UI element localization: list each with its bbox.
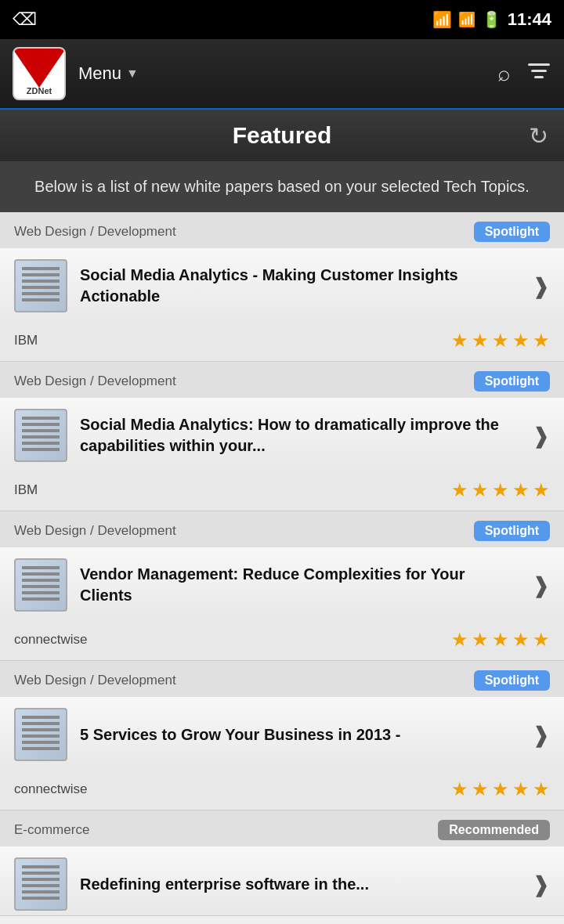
logo-ribbon (13, 49, 66, 88)
article-author: connectwise (14, 632, 88, 648)
star-5: ★ (533, 629, 550, 651)
section-category: Web Design / Development (14, 673, 176, 688)
article-footer: IBM ★ ★ ★ ★ ★ (0, 323, 564, 361)
article-thumbnail (14, 558, 67, 612)
article-title: Redefining enterprise software in the... (80, 874, 519, 895)
app-logo: ZDNet (13, 47, 66, 100)
spotlight-badge: Spotlight (474, 222, 550, 242)
wifi-icon: 📶 (432, 10, 452, 29)
star-2: ★ (472, 629, 489, 651)
star-5: ★ (533, 479, 550, 501)
section-category: Web Design / Development (14, 523, 176, 539)
page-title: Featured (233, 122, 332, 149)
status-left: ⌫ (13, 9, 37, 30)
article-author: connectwise (14, 781, 88, 797)
chevron-right-icon: ❱ (532, 572, 550, 598)
star-1: ★ (451, 479, 468, 501)
filter-icon[interactable] (526, 60, 551, 88)
section-category: E-commerce (14, 822, 89, 838)
article-row[interactable]: 5 Services to Grow Your Business in 2013… (0, 697, 564, 772)
subtitle-banner: Below is a list of new white papers base… (0, 161, 564, 212)
star-3: ★ (492, 479, 509, 501)
star-5: ★ (533, 330, 550, 352)
article-section: Web Design / Development Spotlight Vendo… (0, 511, 564, 661)
nav-menu[interactable]: Menu ▼ (78, 63, 139, 84)
svg-rect-1 (531, 70, 547, 72)
star-5: ★ (533, 778, 550, 800)
star-2: ★ (472, 479, 489, 501)
spotlight-badge: Spotlight (474, 670, 550, 691)
section-category: Web Design / Development (14, 374, 176, 389)
star-4: ★ (512, 778, 530, 800)
star-1: ★ (451, 629, 468, 651)
article-row[interactable]: Social Media Analytics: How to dramatica… (0, 398, 564, 473)
article-footer: IBM ★ ★ ★ ★ ★ (0, 473, 564, 511)
article-row[interactable]: Redefining enterprise software in the...… (0, 846, 564, 915)
star-3: ★ (492, 629, 509, 651)
svg-rect-2 (534, 76, 544, 78)
subtitle-text: Below is a list of new white papers base… (34, 178, 530, 195)
star-4: ★ (512, 479, 530, 501)
status-right: 📶 📶 🔋 11:44 (432, 9, 551, 30)
article-footer: connectwise ★ ★ ★ ★ ★ (0, 772, 564, 810)
article-section: Web Design / Development Spotlight Socia… (0, 212, 564, 362)
section-category: Web Design / Development (14, 224, 176, 240)
nav-bar: ZDNet Menu ▼ ⌕ (0, 39, 564, 110)
article-thumbnail (14, 857, 67, 911)
article-title: 5 Services to Grow Your Business in 2013… (80, 724, 519, 745)
spotlight-badge: Spotlight (474, 521, 550, 541)
star-rating: ★ ★ ★ ★ ★ (451, 330, 550, 352)
spotlight-badge: Spotlight (474, 371, 550, 392)
menu-label: Menu (78, 63, 121, 84)
article-section: Web Design / Development Spotlight 5 Ser… (0, 661, 564, 810)
section-header: Web Design / Development Spotlight (0, 661, 564, 697)
article-row[interactable]: Social Media Analytics - Making Customer… (0, 248, 564, 323)
star-2: ★ (472, 778, 489, 800)
star-4: ★ (512, 629, 530, 651)
star-1: ★ (451, 330, 468, 352)
article-section-partial: E-commerce Recommended Redefining enterp… (0, 810, 564, 916)
article-row[interactable]: Vendor Management: Reduce Complexities f… (0, 547, 564, 623)
nav-icons: ⌕ (497, 60, 551, 88)
signal-icon: 📶 (458, 11, 475, 28)
menu-arrow-icon: ▼ (126, 67, 139, 81)
article-author: IBM (14, 333, 38, 348)
article-title: Social Media Analytics: How to dramatica… (80, 414, 519, 457)
article-footer: connectwise ★ ★ ★ ★ ★ (0, 623, 564, 660)
status-bar: ⌫ 📶 📶 🔋 11:44 (0, 0, 564, 39)
article-title: Social Media Analytics - Making Customer… (80, 265, 519, 307)
chevron-right-icon: ❱ (532, 423, 550, 449)
article-thumbnail (14, 259, 67, 312)
battery-icon: 🔋 (482, 10, 501, 29)
recommended-badge: Recommended (438, 820, 550, 840)
star-2: ★ (472, 330, 489, 352)
search-icon[interactable]: ⌕ (497, 61, 511, 86)
section-header: Web Design / Development Spotlight (0, 212, 564, 248)
article-section: Web Design / Development Spotlight Socia… (0, 362, 564, 511)
time-display: 11:44 (508, 9, 551, 30)
refresh-icon[interactable]: ↻ (529, 122, 548, 150)
star-3: ★ (492, 778, 509, 800)
logo-text: ZDNet (27, 86, 52, 96)
svg-rect-0 (528, 63, 550, 66)
section-header: E-commerce Recommended (0, 810, 564, 846)
article-thumbnail (14, 409, 67, 462)
article-thumbnail (14, 708, 67, 761)
article-title: Vendor Management: Reduce Complexities f… (80, 564, 519, 606)
chevron-right-icon: ❱ (532, 872, 550, 897)
section-header: Web Design / Development Spotlight (0, 362, 564, 398)
article-author: IBM (14, 482, 38, 498)
star-rating: ★ ★ ★ ★ ★ (451, 479, 550, 501)
star-1: ★ (451, 778, 468, 800)
usb-icon: ⌫ (13, 9, 37, 30)
star-rating: ★ ★ ★ ★ ★ (451, 629, 550, 651)
section-header: Web Design / Development Spotlight (0, 511, 564, 547)
title-bar: Featured ↻ (0, 110, 564, 161)
chevron-right-icon: ❱ (532, 273, 550, 299)
star-4: ★ (512, 330, 530, 352)
star-3: ★ (492, 330, 509, 352)
star-rating: ★ ★ ★ ★ ★ (451, 778, 550, 800)
chevron-right-icon: ❱ (532, 722, 550, 748)
content-list: Web Design / Development Spotlight Socia… (0, 212, 564, 916)
